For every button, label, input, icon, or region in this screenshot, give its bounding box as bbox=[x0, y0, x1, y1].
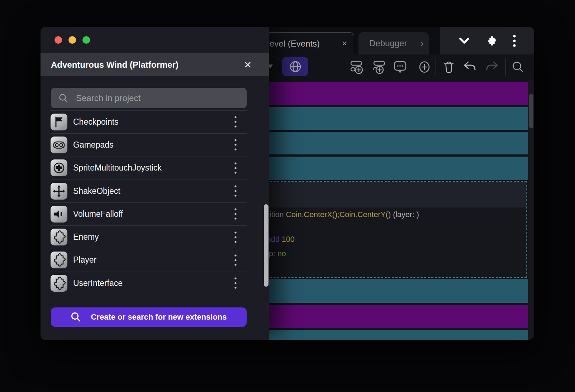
action-text-fragment: ition bbox=[270, 210, 286, 219]
item-menu-icon[interactable] bbox=[231, 114, 240, 130]
item-menu-icon[interactable] bbox=[231, 183, 240, 200]
speaker-icon bbox=[51, 206, 67, 223]
list-item-shake-object[interactable]: ShakeObject bbox=[41, 180, 269, 202]
flag-icon bbox=[51, 114, 67, 130]
search-in-project-input[interactable]: Search in project bbox=[51, 88, 247, 108]
list-item-label: Gamepads bbox=[73, 140, 114, 150]
puzzle-icon bbox=[51, 229, 67, 245]
search-events-button[interactable] bbox=[508, 54, 528, 80]
event-action-text[interactable]: add 100 bbox=[267, 234, 295, 245]
puzzle-icon bbox=[51, 252, 67, 268]
window-menu-area bbox=[440, 27, 534, 54]
action-expression: Coin.CenterX() bbox=[286, 210, 337, 219]
action-text-fragment: p: bbox=[269, 249, 277, 258]
puzzle-icon bbox=[51, 275, 67, 292]
toolbar-divider bbox=[436, 58, 436, 76]
extensions-list: Checkpoints Gamepads SpriteMultitouchJoy… bbox=[41, 110, 269, 295]
search-icon bbox=[59, 94, 68, 103]
item-menu-icon[interactable] bbox=[231, 206, 240, 223]
event-action-text[interactable]: ition Coin.CenterX();Coin.CenterY() (lay… bbox=[270, 209, 419, 220]
minimize-window-button[interactable] bbox=[68, 36, 76, 44]
close-window-button[interactable] bbox=[54, 36, 62, 44]
joystick-icon bbox=[51, 159, 67, 176]
action-text-fragment: (layer: ) bbox=[391, 210, 419, 219]
create-extension-button[interactable]: Create or search for new extensions bbox=[51, 307, 247, 327]
globe-icon bbox=[289, 60, 302, 73]
list-item-enemy[interactable]: Enemy bbox=[41, 225, 269, 248]
item-menu-icon[interactable] bbox=[231, 137, 240, 153]
action-keyword: add bbox=[267, 235, 282, 244]
toolbar-divider bbox=[505, 58, 506, 76]
tab-debugger[interactable]: Debugger › bbox=[358, 32, 429, 54]
chevron-down-icon[interactable] bbox=[458, 36, 470, 46]
redo-button[interactable] bbox=[482, 54, 502, 80]
create-extension-label: Create or search for new extensions bbox=[91, 312, 227, 322]
zoom-window-button[interactable] bbox=[82, 36, 90, 44]
list-item-sprite-multitouch-joystick[interactable]: SpriteMultitouchJoystick bbox=[41, 157, 269, 180]
undo-button[interactable] bbox=[460, 54, 480, 80]
item-menu-icon[interactable] bbox=[231, 275, 240, 292]
list-item-label: UserInterface bbox=[73, 278, 123, 288]
list-item-label: Player bbox=[73, 255, 96, 265]
list-item-label: ShakeObject bbox=[73, 186, 120, 196]
list-item-gamepads[interactable]: Gamepads bbox=[41, 133, 269, 156]
close-panel-icon[interactable]: ✕ bbox=[244, 60, 252, 70]
tab-level-events[interactable]: evel (Events) ✕ bbox=[259, 32, 354, 54]
panel-scrollbar[interactable] bbox=[264, 204, 269, 287]
item-menu-icon[interactable] bbox=[231, 229, 240, 245]
tab-close-icon[interactable]: ✕ bbox=[342, 40, 347, 47]
delete-button[interactable] bbox=[439, 54, 459, 80]
list-item-checkpoints[interactable]: Checkpoints bbox=[41, 110, 269, 133]
add-event-button[interactable] bbox=[347, 54, 367, 80]
list-item-user-interface[interactable]: UserInterface bbox=[41, 272, 269, 295]
item-menu-icon[interactable] bbox=[231, 159, 240, 176]
chevron-right-icon[interactable]: › bbox=[420, 40, 424, 47]
scene-globe-button[interactable] bbox=[282, 57, 308, 76]
gamepad-icon bbox=[51, 137, 67, 153]
app-window: evel (Events) ✕ Debugger › bbox=[41, 27, 534, 340]
list-item-label: VolumeFalloff bbox=[73, 209, 123, 219]
item-menu-icon[interactable] bbox=[231, 252, 240, 268]
move-arrows-icon bbox=[51, 183, 67, 200]
list-item-label: SpriteMultitouchJoystick bbox=[73, 163, 162, 173]
event-action-text[interactable]: p: no bbox=[269, 248, 286, 259]
add-comment-button[interactable] bbox=[390, 54, 410, 80]
tab-level-events-label: evel (Events) bbox=[270, 39, 320, 49]
action-value: no bbox=[277, 249, 286, 258]
list-item-player[interactable]: Player bbox=[41, 249, 269, 272]
search-placeholder: Search in project bbox=[76, 93, 141, 103]
tab-debugger-label: Debugger bbox=[369, 38, 407, 48]
action-expression: Coin.CenterY() bbox=[339, 210, 391, 219]
window-controls bbox=[54, 36, 90, 44]
action-value: 100 bbox=[282, 235, 295, 244]
list-item-label: Checkpoints bbox=[73, 117, 119, 127]
project-manager-panel: Adventurous Wind (Platformer) ✕ Search i… bbox=[41, 27, 269, 340]
events-scrollbar[interactable] bbox=[529, 94, 533, 128]
project-title: Adventurous Wind (Platformer) bbox=[51, 60, 179, 70]
list-item-label: Enemy bbox=[73, 232, 99, 242]
add-subevent-button[interactable] bbox=[369, 54, 389, 80]
search-icon bbox=[71, 312, 81, 322]
extensions-puzzle-icon[interactable] bbox=[485, 34, 498, 47]
more-menu-icon[interactable] bbox=[513, 34, 516, 47]
project-manager-header: Adventurous Wind (Platformer) ✕ bbox=[41, 53, 269, 76]
list-item-volume-falloff[interactable]: VolumeFalloff bbox=[41, 202, 269, 225]
add-circle-button[interactable] bbox=[414, 54, 434, 80]
